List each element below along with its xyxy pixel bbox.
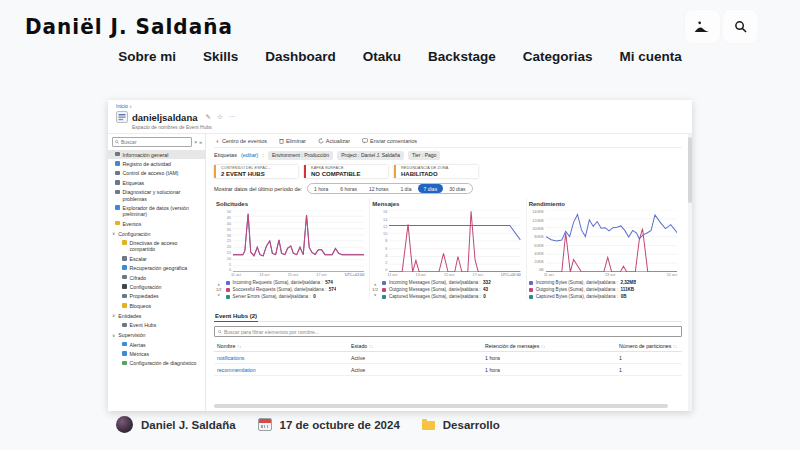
post-author[interactable]: Daniel J. Saldaña bbox=[141, 419, 236, 431]
refresh-button[interactable]: Actualizar bbox=[318, 138, 350, 144]
time-range-row: Mostrar datos del último período de: 1 h… bbox=[214, 183, 682, 194]
author-avatar[interactable] bbox=[116, 416, 133, 433]
events-icon bbox=[115, 221, 120, 226]
legend-pager[interactable]: ∧1/2∨ bbox=[372, 282, 378, 297]
collapse-sidebar-icon[interactable]: « bbox=[199, 139, 202, 145]
sidebar-item-escalar[interactable]: Escalar bbox=[108, 254, 205, 263]
time-option-30d[interactable]: 30 días bbox=[443, 184, 471, 193]
sidebar-item-config-diagnostico[interactable]: Configuración de diagnóstico bbox=[108, 359, 205, 368]
time-option-1d[interactable]: 1 día bbox=[394, 184, 417, 193]
legend-item[interactable]: Outgoing Bytes (Suma), danieljsaldana :1… bbox=[529, 287, 637, 292]
sidebar-item-explorador-datos[interactable]: Explorador de datos (versión preliminar) bbox=[108, 203, 205, 219]
tags-edit-link[interactable]: (editar) bbox=[241, 152, 258, 158]
breadcrumb-chevron-icon: › bbox=[130, 103, 132, 109]
nav-sobre-mi[interactable]: Sobre mi bbox=[118, 49, 176, 64]
sidebar-item-alertas[interactable]: Alertas bbox=[108, 340, 205, 349]
tags-row: Etiquetas (editar) : Environment : Produ… bbox=[214, 148, 682, 162]
event-hubs-namespace-icon bbox=[116, 111, 128, 123]
event-hub-link[interactable]: recommendation bbox=[214, 367, 348, 373]
new-event-hub-button[interactable]: ＋Centro de eventos bbox=[214, 138, 267, 144]
column-particiones[interactable]: Número de particiones ↑↓ bbox=[616, 343, 682, 349]
sidebar-item-metricas[interactable]: Métricas bbox=[108, 349, 205, 358]
sidebar-group-configuracion[interactable]: ∨Configuración bbox=[108, 228, 205, 238]
legend-pager[interactable]: ∧1/2∨ bbox=[216, 282, 222, 297]
alerts-icon bbox=[122, 342, 127, 347]
sidebar-item-bloqueos[interactable]: Bloqueos bbox=[108, 301, 205, 310]
sidebar-item-configuracion[interactable]: Configuración bbox=[108, 282, 205, 291]
post-category[interactable]: Desarrollo bbox=[443, 419, 500, 431]
event-hub-link[interactable]: notifications bbox=[214, 355, 348, 361]
sidebar-group-supervision[interactable]: ∨Supervisión bbox=[108, 330, 205, 340]
card-redundancia[interactable]: REDUNDANCIA DE ZONAHABILITADO bbox=[394, 165, 478, 179]
legend-swatch bbox=[529, 295, 534, 300]
tag-project[interactable]: Project : Daniel J. Saldaña bbox=[337, 151, 404, 160]
legend-item[interactable]: Captured Bytes (Suma), danieljsaldana :0… bbox=[529, 294, 637, 299]
legend-item[interactable]: Incoming Bytes (Suma), danieljsaldana :2… bbox=[529, 280, 637, 285]
sidebar-item-directivas[interactable]: Directivas de acceso compartido bbox=[108, 238, 205, 254]
horizontal-scrollbar[interactable] bbox=[214, 404, 668, 408]
favorite-star-icon[interactable]: ☆ bbox=[217, 113, 223, 121]
vertical-scrollbar[interactable] bbox=[688, 134, 692, 411]
sort-icon[interactable]: ↑↓ bbox=[369, 344, 374, 349]
time-option-1h[interactable]: 1 hora bbox=[308, 184, 334, 193]
sidebar-item-recuperacion[interactable]: Recuperación geográfica bbox=[108, 263, 205, 272]
more-options-icon[interactable]: ··· bbox=[229, 113, 236, 121]
sidebar-item-registro-actividad[interactable]: Registro de actividad bbox=[108, 159, 205, 168]
time-option-6h[interactable]: 6 horas bbox=[334, 184, 363, 193]
tag-tier[interactable]: Tier : Pago bbox=[408, 151, 440, 160]
sidebar-item-informacion-general[interactable]: Información general bbox=[108, 150, 205, 159]
legend-item[interactable]: Successful Requests (Suma), danieljsalda… bbox=[226, 287, 337, 292]
properties-icon bbox=[122, 294, 127, 299]
search-button[interactable] bbox=[723, 10, 758, 43]
feedback-button[interactable]: Enviar comentarios bbox=[362, 138, 417, 144]
column-retencion[interactable]: Retención de mensajes ↑↓ bbox=[482, 343, 616, 349]
sidebar-item-cifrado[interactable]: Cifrado bbox=[108, 273, 205, 282]
legend-item[interactable]: Outgoing Messages (Suma), danieljsaldana… bbox=[382, 287, 491, 292]
sidebar-item-propiedades[interactable]: Propiedades bbox=[108, 292, 205, 301]
chart-title: Mensajes bbox=[372, 201, 520, 207]
sort-icon[interactable]: ↑↓ bbox=[237, 344, 242, 349]
edit-icon[interactable]: ✎ bbox=[205, 113, 210, 121]
breadcrumb[interactable]: Inicio› bbox=[108, 100, 692, 110]
time-option-12h[interactable]: 12 horas bbox=[363, 184, 394, 193]
sidebar-item-event-hubs[interactable]: Event Hubs bbox=[108, 321, 205, 330]
sidebar-search-input[interactable]: Buscar bbox=[112, 137, 192, 147]
mountain-icon bbox=[693, 19, 713, 35]
sort-icon[interactable]: ↑↓ bbox=[541, 344, 546, 349]
mountain-icon-button[interactable] bbox=[685, 10, 720, 43]
nav-categorias[interactable]: Categorias bbox=[523, 49, 593, 64]
sidebar-item-eventos[interactable]: Eventos bbox=[108, 219, 205, 228]
column-nombre[interactable]: Nombre ↑↓ bbox=[214, 343, 348, 349]
time-option-7d[interactable]: 7 días bbox=[418, 184, 444, 193]
clear-search-icon[interactable]: × bbox=[194, 139, 197, 145]
sidebar-item-control-acceso[interactable]: Control de acceso (IAM) bbox=[108, 169, 205, 178]
table-row[interactable]: notifications Active 1 hora 1 bbox=[214, 352, 682, 364]
nav-mi-cuenta[interactable]: Mi cuenta bbox=[619, 49, 681, 64]
legend-item[interactable]: Incoming Requests (Suma), danieljsaldana… bbox=[226, 280, 337, 285]
sidebar-item-etiquetas[interactable]: Etiquetas bbox=[108, 178, 205, 187]
legend-item[interactable]: Captured Messages (Suma), danieljsaldana… bbox=[382, 294, 491, 299]
legend-item[interactable]: Incoming Messages (Suma), danieljsaldana… bbox=[382, 280, 491, 285]
tag-environment[interactable]: Environment : Producción bbox=[268, 151, 333, 160]
refresh-icon bbox=[318, 138, 324, 144]
legend-swatch bbox=[382, 288, 387, 293]
table-row[interactable]: recommendation Active 1 hora 1 bbox=[214, 364, 682, 376]
delete-button[interactable]: Eliminar bbox=[279, 138, 306, 144]
nav-skills[interactable]: Skills bbox=[203, 49, 238, 64]
nav-dashboard[interactable]: Dashboard bbox=[265, 49, 336, 64]
nav-otaku[interactable]: Otaku bbox=[363, 49, 401, 64]
geo-recovery-icon bbox=[122, 265, 127, 270]
column-estado[interactable]: Estado ↑↓ bbox=[348, 343, 482, 349]
card-contenido[interactable]: CONTENIDO DEL ESPAC...2 EVENT HUBS bbox=[214, 165, 298, 179]
sidebar-group-entidades[interactable]: ∨Entidades bbox=[108, 311, 205, 321]
sidebar-item-diagnosticar[interactable]: Diagnosticar y solucionar problemas bbox=[108, 188, 205, 204]
sort-icon[interactable]: ↑↓ bbox=[673, 344, 678, 349]
legend-item[interactable]: Server Errors (Suma), danieljsaldana :0 bbox=[226, 294, 337, 299]
chart-title: Solicitudes bbox=[216, 201, 364, 207]
table-filter-input[interactable]: Buscar para filtrar elementos por nombre… bbox=[214, 326, 682, 337]
site-logo[interactable]: Daniël J. Saldaña bbox=[25, 13, 233, 39]
azure-screenshot-card[interactable]: Inicio› danieljsaldana ✎ ☆ ··· Espacio d… bbox=[108, 100, 692, 411]
card-kafka-surface[interactable]: KAFKA SURFACENO COMPATIBLE bbox=[304, 165, 388, 179]
tab-event-hubs[interactable]: Event Hubs (2) bbox=[214, 313, 258, 322]
nav-backstage[interactable]: Backstage bbox=[428, 49, 496, 64]
